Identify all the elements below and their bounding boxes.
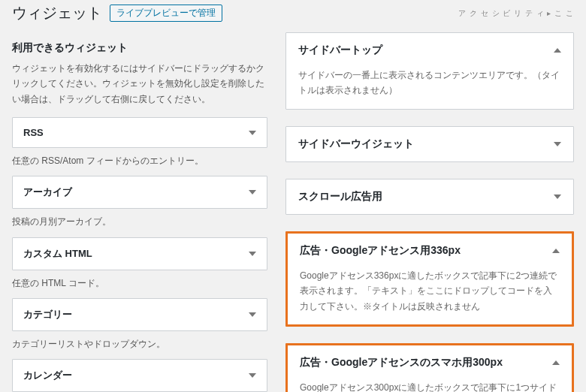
area-title: サイドバーウイジェット xyxy=(298,137,414,151)
chevron-down-icon xyxy=(249,131,256,135)
chevron-down-icon xyxy=(249,190,256,194)
area-head[interactable]: スクロール広告用 xyxy=(286,179,573,214)
chevron-down-icon xyxy=(249,252,256,256)
widget-title: アーカイブ xyxy=(23,185,72,199)
widget-head[interactable]: カレンダー xyxy=(13,360,267,391)
area-head[interactable]: 広告・Googleアドセンスのスマホ用300px xyxy=(288,345,572,380)
widget-title: カスタム HTML xyxy=(23,247,92,261)
area-title: サイドバートップ xyxy=(298,44,382,57)
area-description: Googleアドセンス300pxに適したボックスで記事下に1つサイドバーの上に1… xyxy=(288,380,572,392)
area-head[interactable]: サイドバートップ xyxy=(286,33,573,68)
widget-area[interactable]: サイドバートップサイドバーの一番上に表示されるコンテンツエリアです。（タイトルは… xyxy=(285,32,574,110)
widget-head[interactable]: カテゴリー xyxy=(13,299,267,330)
chevron-up-icon xyxy=(552,249,560,253)
widget-area[interactable]: 広告・Googleアドセンスのスマホ用300pxGoogleアドセンス300px… xyxy=(285,343,574,392)
available-widgets-heading: 利用できるウィジェット xyxy=(12,41,267,55)
widget-desc: 任意の RSS/Atom フィードからのエントリー。 xyxy=(12,154,267,168)
chevron-down-icon xyxy=(554,194,561,199)
area-head[interactable]: サイドバーウイジェット xyxy=(286,127,573,161)
chevron-down-icon xyxy=(249,312,256,317)
available-widget[interactable]: アーカイブ xyxy=(12,176,267,209)
live-preview-button[interactable]: ライブプレビューで管理 xyxy=(110,5,222,22)
accessibility-link[interactable]: ア ク セ シ ビ リ テ ィ ▸ こ こ xyxy=(458,8,574,19)
widget-areas-panel: サイドバートップサイドバーの一番上に表示されるコンテンツエリアです。（タイトルは… xyxy=(285,32,574,392)
area-head[interactable]: 広告・Googleアドセンス用336px xyxy=(288,234,572,268)
page-header: ウィジェット ライブプレビューで管理 ア ク セ シ ビ リ テ ィ ▸ こ こ xyxy=(0,0,586,26)
available-widget[interactable]: RSS xyxy=(12,117,267,148)
widget-head[interactable]: アーカイブ xyxy=(13,176,267,208)
area-description: サイドバーの一番上に表示されるコンテンツエリアです。（タイトルは表示されません） xyxy=(286,68,573,109)
area-title: 広告・Googleアドセンス用336px xyxy=(300,244,461,258)
chevron-up-icon xyxy=(552,360,560,365)
area-description: Googleアドセンス336pxに適したボックスで記事下に2つ連続で表示されます… xyxy=(288,268,572,324)
widget-title: カレンダー xyxy=(23,369,72,382)
widget-title: RSS xyxy=(23,127,44,138)
page-title: ウィジェット xyxy=(12,3,102,23)
widget-head[interactable]: RSS xyxy=(13,118,267,147)
widget-area[interactable]: スクロール広告用 xyxy=(285,179,574,215)
area-title: スクロール広告用 xyxy=(298,190,382,204)
area-title: 広告・Googleアドセンスのスマホ用300px xyxy=(300,356,503,369)
widget-title: カテゴリー xyxy=(23,308,72,321)
widget-head[interactable]: カスタム HTML xyxy=(13,238,267,270)
chevron-down-icon xyxy=(249,373,256,378)
available-widget[interactable]: カレンダー xyxy=(12,359,267,392)
available-widgets-help: ウィジェットを有効化するにはサイドバーにドラッグするかクリックしてください。ウィ… xyxy=(12,61,267,107)
widget-area[interactable]: 広告・Googleアドセンス用336pxGoogleアドセンス336pxに適した… xyxy=(285,231,574,327)
available-widget[interactable]: カテゴリー xyxy=(12,298,267,331)
available-widgets-panel: 利用できるウィジェット ウィジェットを有効化するにはサイドバーにドラッグするかク… xyxy=(12,32,267,392)
widget-area[interactable]: サイドバーウイジェット xyxy=(285,126,574,162)
widget-desc: 任意の HTML コード。 xyxy=(12,276,267,291)
chevron-down-icon xyxy=(554,142,561,146)
chevron-up-icon xyxy=(554,48,561,53)
widget-desc: カテゴリーリストやドロップダウン。 xyxy=(12,337,267,351)
widget-desc: 投稿の月別アーカイブ。 xyxy=(12,215,267,229)
available-widget[interactable]: カスタム HTML xyxy=(12,237,267,270)
